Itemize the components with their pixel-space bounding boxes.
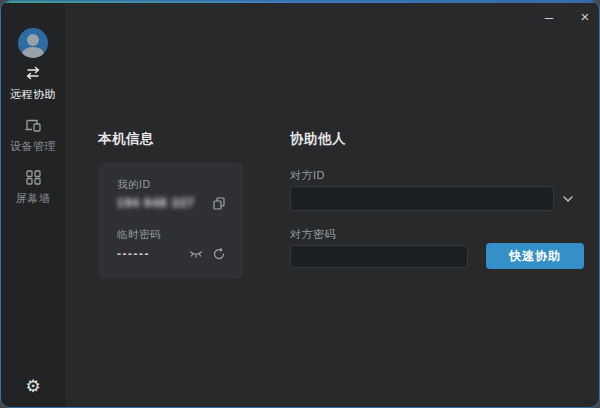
local-info-heading: 本机信息	[98, 130, 154, 148]
my-id-value: 194 648 327	[117, 196, 195, 210]
sidebar-item-label: 屏幕墙	[1, 191, 65, 206]
local-info-card: 我的ID 194 648 327 临时密码 ------	[98, 162, 243, 279]
assist-heading: 协助他人	[290, 130, 346, 148]
sidebar-item-remote-assist[interactable]: 远程协助	[1, 65, 65, 102]
temp-password-label: 临时密码	[117, 228, 161, 242]
sidebar-item-device-management[interactable]: 设备管理	[1, 117, 65, 154]
password-actions	[189, 248, 225, 260]
temp-password-row: ------	[117, 247, 225, 261]
devices-icon	[1, 117, 65, 133]
copy-icon[interactable]	[213, 197, 225, 210]
minimize-button[interactable]: –	[538, 5, 560, 27]
minimize-icon: –	[545, 8, 553, 25]
temp-password-value: ------	[117, 247, 150, 261]
avatar-head	[27, 34, 39, 46]
quick-assist-button[interactable]: 快速协助	[486, 243, 584, 269]
app-window: – × 远程协助	[0, 0, 600, 408]
sidebar-item-screen-wall[interactable]: 屏幕墙	[1, 169, 65, 206]
peer-id-input[interactable]	[290, 186, 554, 211]
peer-password-label: 对方密码	[290, 227, 336, 242]
grid-icon	[1, 169, 65, 185]
sidebar-item-label: 设备管理	[1, 139, 65, 154]
peer-id-label: 对方ID	[290, 168, 325, 183]
my-id-label-row: 我的ID	[117, 178, 225, 192]
avatar-body	[22, 47, 44, 58]
refresh-icon[interactable]	[213, 248, 225, 260]
avatar[interactable]	[18, 28, 48, 58]
my-id-row: 194 648 327	[117, 196, 225, 210]
my-id-label: 我的ID	[117, 178, 151, 192]
chevron-down-icon[interactable]	[561, 192, 575, 206]
sidebar: 远程协助 设备管理 屏幕墙	[1, 1, 65, 407]
temp-password-label-row: 临时密码	[117, 228, 225, 242]
transfer-arrows-icon	[1, 65, 65, 81]
settings-button[interactable]: ⚙	[1, 377, 65, 397]
sidebar-item-label: 远程协助	[1, 87, 65, 102]
gear-icon: ⚙	[25, 377, 40, 396]
peer-password-input[interactable]	[290, 245, 468, 268]
eye-off-icon[interactable]	[189, 249, 203, 259]
close-icon: ×	[581, 8, 590, 25]
close-button[interactable]: ×	[574, 5, 596, 27]
